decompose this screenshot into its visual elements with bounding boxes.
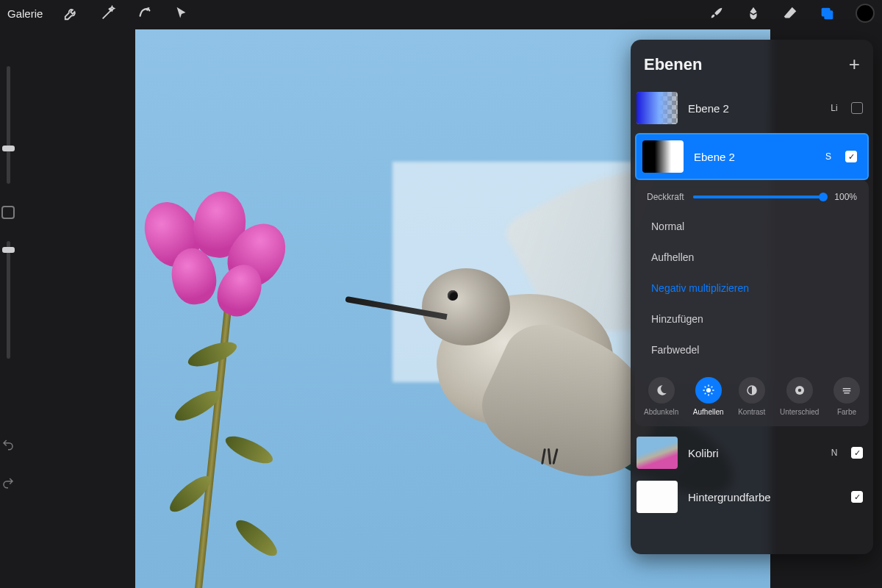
- layer-name: Ebene 2: [688, 102, 817, 115]
- brush-size-slider[interactable]: [7, 66, 10, 184]
- add-layer-button[interactable]: +: [849, 53, 860, 76]
- layer-row-selected[interactable]: Ebene 2 S ✓: [635, 133, 869, 180]
- layer-visibility-checkbox[interactable]: ✓: [845, 151, 857, 162]
- left-sidebar: [0, 44, 16, 514]
- blend-mode-item-selected[interactable]: Negativ multiplizieren: [635, 273, 869, 304]
- contrast-icon: [739, 377, 765, 404]
- gallery-button[interactable]: Galerie: [7, 7, 43, 20]
- toolbar-left: Galerie: [7, 5, 190, 21]
- layers-panel-title: Ebenen: [644, 55, 702, 74]
- canvas-flower: [150, 191, 275, 338]
- wrench-icon[interactable]: [63, 5, 79, 21]
- moon-icon: [648, 377, 675, 404]
- redo-icon[interactable]: [1, 476, 15, 492]
- opacity-row: Deckkraft 100%: [635, 180, 869, 208]
- sun-icon: [695, 377, 722, 404]
- layer-name: Hintergrundfarbe: [688, 491, 817, 503]
- undo-icon[interactable]: [1, 438, 15, 454]
- svg-point-2: [706, 388, 711, 392]
- svg-point-13: [797, 389, 801, 392]
- layer-thumbnail: [642, 140, 684, 173]
- eraser-icon[interactable]: [782, 5, 798, 21]
- modifier-button[interactable]: [1, 206, 15, 219]
- layer-visibility-checkbox[interactable]: ✓: [851, 447, 863, 459]
- pointer-icon[interactable]: [173, 5, 190, 21]
- blend-cat-darken[interactable]: Abdunkeln: [644, 377, 678, 416]
- layer-visibility-checkbox[interactable]: [851, 102, 863, 114]
- svg-line-7: [704, 387, 706, 388]
- blend-cat-contrast[interactable]: Kontrast: [738, 377, 765, 416]
- layer-row-background[interactable]: Hintergrundfarbe ✓: [631, 475, 873, 519]
- blend-cat-lighten[interactable]: Aufhellen: [693, 377, 724, 416]
- layer-blend-flag[interactable]: N: [828, 448, 841, 458]
- smudge-icon[interactable]: [745, 5, 761, 21]
- opacity-slider[interactable]: [693, 196, 823, 198]
- layers-panel: Ebenen + Ebene 2 Li Ebene 2 S ✓ Deckkraf…: [631, 40, 873, 554]
- color-swatch[interactable]: [856, 4, 875, 23]
- blend-mode-list: Normal Aufhellen Negativ multiplizieren …: [635, 208, 869, 368]
- layer-name: Kolibri: [688, 447, 817, 459]
- layer-thumbnail: [637, 92, 678, 124]
- layer-blend-flag[interactable]: S: [822, 151, 835, 162]
- svg-line-10: [711, 387, 712, 388]
- layer-row[interactable]: Ebene 2 Li: [631, 86, 873, 130]
- opacity-label: Deckkraft: [647, 192, 684, 202]
- blend-mode-item[interactable]: Aufhellen: [635, 242, 869, 273]
- layer-blend-flag[interactable]: Li: [828, 103, 841, 113]
- blend-cat-difference[interactable]: Unterschied: [780, 377, 819, 416]
- layer-thumbnail: [637, 481, 678, 513]
- opacity-value: 100%: [832, 192, 857, 202]
- blend-mode-item[interactable]: Hinzufügen: [635, 304, 869, 334]
- toolbar-right: [709, 4, 875, 23]
- svg-line-9: [704, 393, 706, 395]
- top-toolbar: Galerie: [0, 0, 882, 26]
- blend-mode-item[interactable]: Normal: [635, 211, 869, 242]
- blend-category-row: Abdunkeln Aufhellen Kontrast Unterschied…: [635, 368, 869, 426]
- selection-icon[interactable]: [137, 5, 153, 21]
- wand-icon[interactable]: [100, 5, 116, 21]
- difference-icon: [786, 377, 813, 404]
- svg-rect-1: [824, 10, 833, 19]
- brush-opacity-slider[interactable]: [7, 241, 10, 359]
- layer-name: Ebene 2: [694, 151, 811, 163]
- layers-icon[interactable]: [819, 5, 835, 21]
- color-icon: [833, 377, 860, 404]
- brush-icon[interactable]: [709, 5, 725, 21]
- blend-cat-color[interactable]: Farbe: [833, 377, 860, 416]
- layer-visibility-checkbox[interactable]: ✓: [851, 491, 863, 503]
- svg-line-8: [711, 393, 712, 395]
- blend-mode-item[interactable]: Farbwedel: [635, 334, 869, 365]
- layer-thumbnail: [637, 437, 678, 469]
- layer-row[interactable]: Kolibri N ✓: [631, 431, 873, 475]
